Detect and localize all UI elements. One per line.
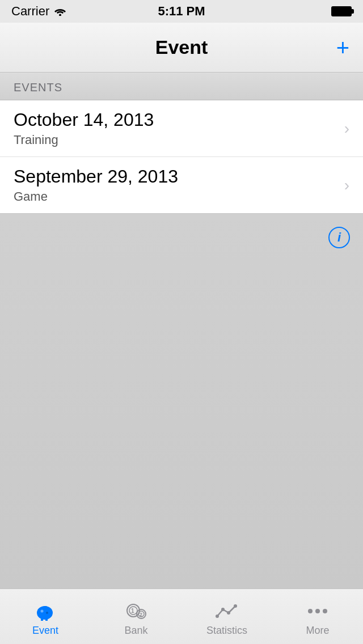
event-item-content: September 29, 2013 Game — [14, 166, 178, 204]
info-button[interactable]: i — [327, 225, 352, 250]
tab-statistics[interactable]: Statistics — [182, 589, 272, 644]
event-type: Game — [14, 189, 178, 204]
tab-bank-label: Bank — [124, 625, 147, 637]
tab-more[interactable]: More — [272, 589, 363, 644]
tab-bar: Event 1 2 Bank Sta — [0, 588, 363, 644]
navigation-bar: Event + — [0, 23, 363, 73]
svg-text:2: 2 — [140, 612, 142, 617]
carrier-label: Carrier — [11, 4, 66, 19]
svg-point-21 — [323, 609, 327, 613]
svg-point-17 — [227, 611, 230, 615]
svg-point-20 — [315, 609, 320, 613]
info-icon: i — [328, 227, 350, 248]
event-list-item[interactable]: October 14, 2013 Training › — [0, 100, 363, 157]
empty-content-area: i — [0, 214, 363, 638]
event-date: October 14, 2013 — [14, 109, 154, 130]
svg-point-8 — [46, 612, 48, 614]
main-content: EVENTS October 14, 2013 Training › Septe… — [0, 73, 363, 638]
status-time: 5:11 PM — [158, 4, 205, 19]
svg-point-16 — [221, 608, 225, 611]
svg-point-3 — [41, 610, 44, 613]
more-dots-icon — [305, 601, 330, 621]
tab-statistics-label: Statistics — [206, 625, 247, 637]
event-item-content: October 14, 2013 Training — [14, 109, 154, 147]
svg-rect-6 — [41, 618, 43, 621]
svg-point-18 — [234, 604, 237, 608]
tab-event-label: Event — [32, 625, 58, 637]
events-section-header: EVENTS — [0, 73, 363, 100]
battery-icon — [331, 6, 352, 16]
chevron-right-icon: › — [344, 120, 349, 138]
nav-title: Event — [155, 36, 208, 58]
svg-point-19 — [308, 609, 313, 613]
tab-bank[interactable]: 1 2 Bank — [91, 589, 182, 644]
tab-more-label: More — [306, 625, 329, 637]
event-list-item[interactable]: September 29, 2013 Game › — [0, 157, 363, 213]
svg-text:1: 1 — [131, 608, 134, 614]
svg-point-0 — [59, 14, 61, 16]
svg-rect-4 — [44, 606, 47, 608]
status-bar: Carrier 5:11 PM — [0, 0, 363, 23]
chevron-right-icon: › — [344, 176, 349, 194]
svg-rect-7 — [45, 618, 48, 621]
event-date: September 29, 2013 — [14, 166, 178, 187]
events-section-label: EVENTS — [14, 81, 62, 94]
svg-rect-5 — [49, 612, 52, 616]
wifi-icon — [54, 7, 66, 16]
tab-event[interactable]: Event — [0, 589, 91, 644]
events-list: October 14, 2013 Training › September 29… — [0, 100, 363, 214]
bank-icon: 1 2 — [124, 601, 149, 621]
statistics-chart-icon — [214, 601, 239, 621]
add-event-button[interactable]: + — [336, 36, 349, 59]
piggy-bank-icon — [33, 601, 58, 621]
event-type: Training — [14, 133, 154, 147]
svg-point-15 — [216, 615, 219, 618]
